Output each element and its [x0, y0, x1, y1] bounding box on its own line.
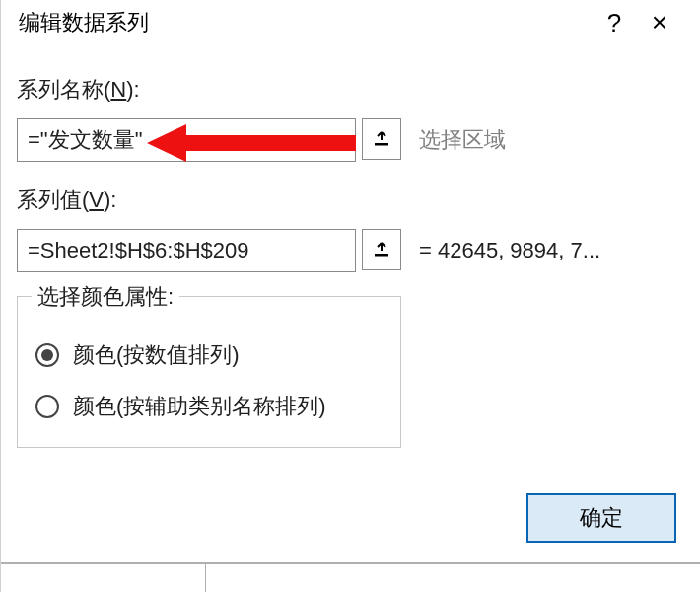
series-name-input[interactable]	[17, 118, 356, 162]
series-name-label: 系列名称(N):	[17, 75, 682, 105]
titlebar: 编辑数据系列 ? ×	[1, 0, 700, 45]
edit-series-dialog: 编辑数据系列 ? × 系列名称(N): 选择区域	[0, 0, 700, 592]
label-text: 系列名称(	[17, 77, 110, 102]
group-legend: 选择颜色属性:	[32, 282, 179, 312]
mnemonic-v: V	[89, 187, 104, 212]
label-text: 系列值(	[17, 187, 89, 212]
dialog-title: 编辑数据系列	[19, 8, 592, 37]
spreadsheet-strip	[1, 562, 700, 592]
series-values-input-wrap	[17, 229, 401, 272]
mnemonic-n: N	[110, 77, 126, 102]
radio-icon	[35, 343, 59, 367]
series-name-hint: 选择区域	[419, 125, 506, 155]
series-values-label: 系列值(V):	[17, 185, 682, 215]
radio-by-value[interactable]: 颜色(按数值排列)	[35, 340, 383, 370]
series-name-input-wrap	[17, 118, 401, 162]
button-label: 确定	[580, 503, 623, 533]
series-values-preview: = 42645, 9894, 7...	[419, 238, 600, 263]
collapse-dialog-icon	[372, 129, 391, 149]
svg-rect-1	[375, 254, 388, 257]
series-values-input[interactable]	[17, 229, 356, 272]
color-attribute-group: 选择颜色属性: 颜色(按数值排列) 颜色(按辅助类别名称排列)	[17, 296, 401, 448]
ok-button[interactable]: 确定	[526, 493, 676, 543]
range-picker-button[interactable]	[362, 118, 401, 160]
radio-label: 颜色(按数值排列)	[73, 340, 240, 370]
table-cell[interactable]	[206, 564, 700, 592]
help-icon[interactable]: ?	[592, 8, 637, 38]
table-cell[interactable]	[1, 564, 206, 592]
range-picker-button[interactable]	[362, 229, 401, 270]
close-icon[interactable]: ×	[637, 7, 682, 38]
label-text: ):	[126, 77, 139, 102]
collapse-dialog-icon	[372, 240, 391, 259]
radio-by-category[interactable]: 颜色(按辅助类别名称排列)	[35, 392, 383, 421]
radio-label: 颜色(按辅助类别名称排列)	[73, 392, 326, 421]
svg-rect-0	[375, 143, 388, 146]
radio-icon	[35, 395, 59, 418]
label-text: ):	[104, 187, 116, 212]
